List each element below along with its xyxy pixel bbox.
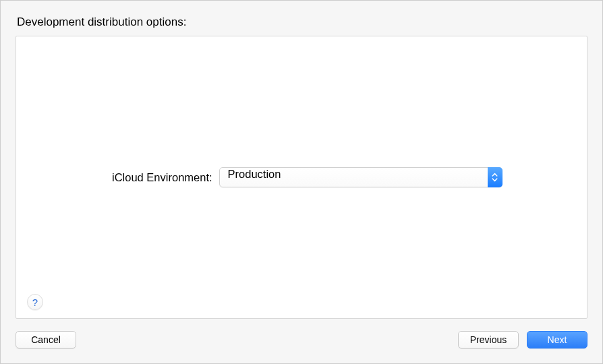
help-button[interactable]: ? bbox=[27, 294, 43, 310]
help-icon: ? bbox=[32, 297, 38, 308]
options-panel: iCloud Environment: Production ? bbox=[16, 36, 587, 319]
icloud-environment-row: iCloud Environment: Production bbox=[26, 167, 577, 187]
icloud-environment-value: Production bbox=[219, 167, 502, 187]
form-area: iCloud Environment: Production bbox=[26, 46, 577, 309]
icloud-environment-select[interactable]: Production bbox=[219, 167, 502, 187]
icloud-environment-label: iCloud Environment: bbox=[112, 171, 212, 184]
next-button[interactable]: Next bbox=[527, 331, 587, 348]
dialog-heading: Development distribution options: bbox=[17, 16, 587, 29]
dialog-footer: Cancel Previous Next bbox=[16, 331, 587, 348]
previous-button[interactable]: Previous bbox=[458, 331, 519, 348]
cancel-button[interactable]: Cancel bbox=[16, 331, 76, 348]
